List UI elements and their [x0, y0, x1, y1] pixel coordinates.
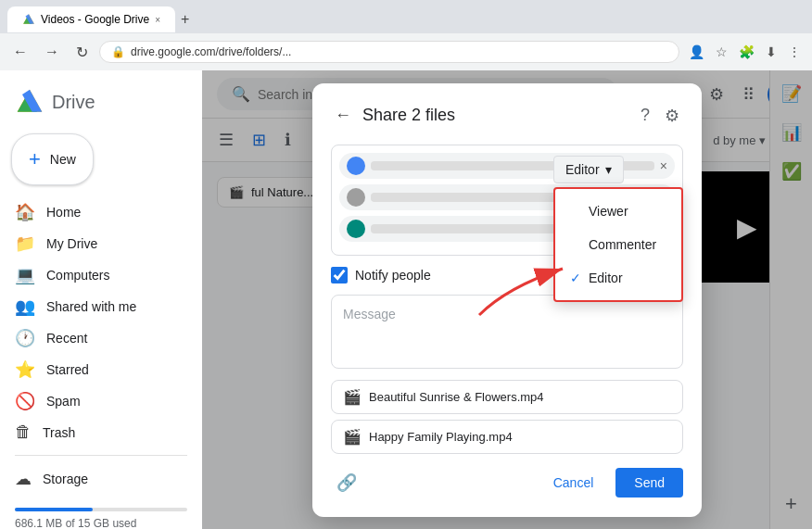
sidebar-item-trash-label: Trash	[43, 425, 75, 440]
file-2-icon: 🎬	[343, 428, 362, 446]
sidebar-item-computers[interactable]: 💻 Computers	[0, 259, 191, 291]
forward-button[interactable]: →	[39, 40, 65, 64]
browser-action-buttons: 👤 ☆ 🧩 ⬇ ⋮	[685, 41, 805, 63]
sidebar-item-storage-label: Storage	[43, 472, 88, 486]
storage-bar-bg	[15, 508, 187, 511]
dropdown-item-viewer[interactable]: ✓ Viewer	[555, 195, 681, 228]
back-button[interactable]: ←	[7, 40, 33, 64]
drive-logo-icon	[15, 87, 44, 117]
shared-icon: 👥	[15, 296, 35, 317]
sidebar-item-trash[interactable]: 🗑 Trash	[0, 417, 191, 447]
editor-check-icon: ✓	[570, 271, 581, 285]
reload-button[interactable]: ↻	[70, 40, 94, 65]
dropdown-menu: ✓ Viewer ✓ Commenter ✓ Editor	[553, 187, 683, 302]
sidebar-item-spam[interactable]: 🚫 Spam	[0, 385, 191, 417]
editor-dropdown-button[interactable]: Editor ▾	[553, 156, 624, 183]
share-dialog: ← Share 2 files ? ⚙ × ×	[312, 83, 702, 517]
app-container: Drive + New 🏠 Home 📁 My Drive 💻 Computer…	[0, 70, 812, 529]
lock-icon: 🔒	[111, 45, 125, 58]
browser-chrome: Videos - Google Drive × + ← → ↻ 🔒 drive.…	[0, 0, 812, 70]
browser-toolbar: ← → ↻ 🔒 drive.google.com/drive/folders/.…	[0, 33, 812, 70]
storage-icon: ☁	[15, 469, 32, 489]
cancel-button[interactable]: Cancel	[539, 468, 609, 498]
file-2-name: Happy Family Playing.mp4	[369, 430, 513, 444]
sidebar-item-spam-label: Spam	[46, 394, 81, 409]
download-icon-button[interactable]: ⬇	[762, 41, 780, 63]
recipient-1-avatar	[347, 157, 365, 175]
help-button[interactable]: ?	[637, 102, 653, 129]
file-attachment-1: 🎬 Beautiful Sunrise & Flowers.mp4	[331, 380, 683, 414]
footer-action-buttons: Cancel Send	[539, 468, 683, 498]
message-area[interactable]: Message	[331, 295, 683, 369]
file-1-name: Beautiful Sunrise & Flowers.mp4	[369, 390, 544, 404]
sidebar-item-my-drive[interactable]: 📁 My Drive	[0, 228, 191, 259]
drive-logo-text: Drive	[52, 92, 95, 113]
active-tab[interactable]: Videos - Google Drive ×	[7, 6, 175, 32]
dialog-title: Share 2 files	[362, 106, 629, 125]
recent-icon: 🕐	[15, 328, 35, 348]
storage-bar-fill	[15, 508, 93, 511]
sidebar-item-recent[interactable]: 🕐 Recent	[0, 322, 191, 354]
sidebar-item-home[interactable]: 🏠 Home	[0, 196, 191, 228]
send-button[interactable]: Send	[615, 468, 683, 498]
sidebar-item-home-label: Home	[46, 205, 81, 220]
new-plus-icon: +	[29, 147, 41, 171]
file-1-icon: 🎬	[343, 388, 362, 406]
computers-icon: 💻	[15, 265, 35, 285]
extension-icon-button[interactable]: 🧩	[735, 41, 758, 63]
my-drive-icon: 📁	[15, 233, 35, 254]
drive-favicon	[22, 13, 35, 26]
drive-logo: Drive	[15, 87, 95, 117]
sidebar-divider	[15, 455, 187, 456]
sidebar-item-shared-label: Shared with me	[46, 299, 136, 314]
storage-section: 686.1 MB of 15 GB used	[0, 495, 202, 529]
spam-icon: 🚫	[15, 391, 35, 411]
dropdown-item-commenter[interactable]: ✓ Commenter	[555, 228, 681, 261]
chevron-down-icon: ▾	[605, 162, 612, 177]
sidebar-logo: Drive	[0, 78, 202, 130]
sidebar-item-starred-label: Starred	[46, 362, 89, 377]
editor-label: Editor	[565, 162, 600, 177]
starred-icon: ⭐	[15, 359, 35, 380]
sidebar-item-my-drive-label: My Drive	[46, 236, 97, 251]
sidebar: Drive + New 🏠 Home 📁 My Drive 💻 Computer…	[0, 70, 202, 529]
notify-label: Notify people	[355, 268, 431, 283]
copy-link-button[interactable]: 🔗	[331, 467, 362, 498]
back-button[interactable]: ←	[331, 102, 355, 129]
sidebar-item-starred[interactable]: ⭐ Starred	[0, 354, 191, 385]
commenter-label: Commenter	[589, 237, 656, 252]
dropdown-item-editor[interactable]: ✓ Editor	[555, 261, 681, 295]
tab-title: Videos - Google Drive	[41, 13, 149, 26]
notify-checkbox[interactable]	[331, 267, 348, 283]
star-icon-button[interactable]: ☆	[712, 41, 731, 63]
sidebar-item-shared[interactable]: 👥 Shared with me	[0, 291, 191, 322]
dialog-header: ← Share 2 files ? ⚙	[331, 102, 683, 130]
content-area: 🔍 ⚙ ✅ ❓ ⚙ ⠿ G ☰ ⊞ ℹ d by me ▾ ⋮ 🎬	[202, 70, 812, 529]
file-attachment-2: 🎬 Happy Family Playing.mp4	[331, 420, 683, 454]
new-button-label: New	[50, 152, 76, 167]
dialog-footer: 🔗 Cancel Send	[331, 460, 683, 498]
editor-dropdown-container: Editor ▾ ✓ Viewer ✓ Commenter ✓	[553, 156, 683, 302]
address-bar[interactable]: 🔒 drive.google.com/drive/folders/...	[99, 41, 679, 63]
tab-close-icon[interactable]: ×	[155, 15, 160, 25]
url-text: drive.google.com/drive/folders/...	[131, 45, 291, 58]
recipient-3-avatar	[347, 220, 365, 238]
viewer-label: Viewer	[589, 204, 628, 219]
sidebar-item-storage[interactable]: ☁ Storage	[0, 463, 191, 495]
trash-icon: 🗑	[15, 422, 32, 442]
editor-option-label: Editor	[589, 271, 623, 285]
home-icon: 🏠	[15, 202, 35, 222]
modal-overlay[interactable]: ← Share 2 files ? ⚙ × ×	[202, 70, 812, 529]
new-tab-button[interactable]: +	[175, 7, 195, 31]
menu-icon-button[interactable]: ⋮	[784, 41, 805, 63]
profile-icon-button[interactable]: 👤	[685, 41, 708, 63]
tab-bar: Videos - Google Drive × +	[0, 0, 812, 33]
sidebar-item-computers-label: Computers	[46, 268, 109, 283]
recipient-2-avatar	[347, 188, 365, 207]
storage-text: 686.1 MB of 15 GB used	[15, 517, 187, 529]
new-button[interactable]: + New	[11, 133, 94, 185]
settings-button[interactable]: ⚙	[661, 102, 683, 130]
sidebar-item-recent-label: Recent	[46, 331, 87, 346]
